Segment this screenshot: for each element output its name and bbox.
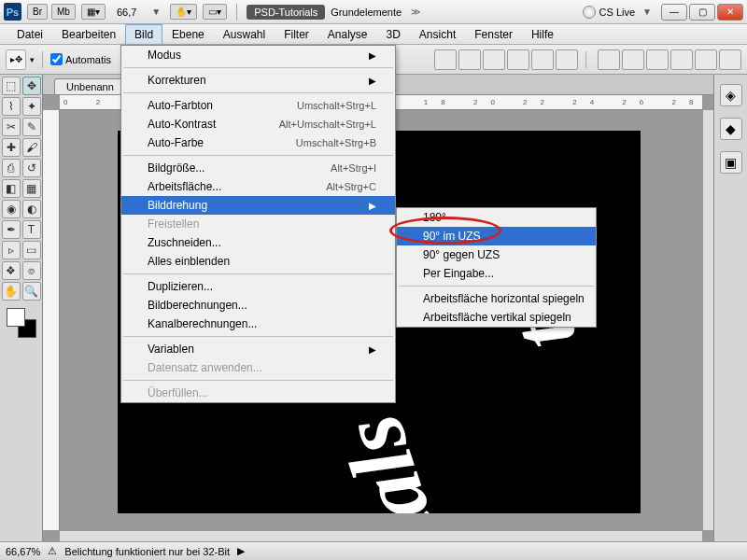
menu-3d[interactable]: 3D <box>377 24 410 44</box>
menu-item[interactable]: Arbeitsfläche horizontal spiegeln <box>397 289 596 308</box>
eraser-tool[interactable]: ◧ <box>2 179 21 198</box>
status-arrow-icon[interactable]: ▶ <box>237 545 245 557</box>
scrollbar-vertical[interactable] <box>702 110 713 530</box>
menu-item[interactable]: Auto-FarbeUmschalt+Strg+B <box>121 133 395 152</box>
menu-item[interactable]: 90° im UZS <box>397 227 596 245</box>
align-button[interactable] <box>434 49 457 70</box>
align-button[interactable] <box>507 49 529 70</box>
lasso-tool[interactable]: ⌇ <box>2 97 21 116</box>
channels-panel-icon[interactable]: ◆ <box>720 118 742 140</box>
align-button[interactable] <box>556 49 578 70</box>
menu-item[interactable]: 90° gegen UZS <box>397 245 596 264</box>
align-button[interactable] <box>531 49 554 70</box>
menu-item[interactable]: 180° <box>397 208 596 227</box>
status-warning-icon: ⚠ <box>48 545 57 557</box>
status-zoom[interactable]: 66,67% <box>6 546 40 557</box>
menu-datei[interactable]: Datei <box>7 24 52 44</box>
stamp-tool[interactable]: ⎙ <box>2 159 21 177</box>
close-button[interactable]: ✕ <box>717 4 743 21</box>
menu-item[interactable]: Alles einblenden <box>121 252 395 271</box>
menu-auswahl[interactable]: Auswahl <box>214 24 275 44</box>
path-tool[interactable]: ▹ <box>2 241 21 259</box>
menu-bild[interactable]: Modus▶Korrekturen▶Auto-FarbtonUmschalt+S… <box>120 45 396 403</box>
panels-dock: ◈ ◆ ▣ <box>713 75 747 541</box>
brush-tool[interactable]: 🖌 <box>22 138 41 157</box>
crop-tool[interactable]: ✂ <box>2 118 21 136</box>
color-swatches[interactable] <box>7 308 36 338</box>
psd-tutorials-button[interactable]: PSD-Tutorials <box>247 5 325 20</box>
distribute-button[interactable] <box>695 49 717 70</box>
layers-panel-icon[interactable]: ◈ <box>720 84 742 106</box>
paths-panel-icon[interactable]: ▣ <box>720 151 742 174</box>
menu-item[interactable]: Auto-FarbtonUmschalt+Strg+L <box>121 96 395 115</box>
menu-hilfe[interactable]: Hilfe <box>522 24 563 44</box>
grundelemente-label[interactable]: Grundelemente <box>331 7 402 18</box>
canvas-text: tals <box>318 403 457 513</box>
blur-tool[interactable]: ◉ <box>2 200 21 218</box>
menu-item[interactable]: Zuschneiden... <box>121 233 395 252</box>
heal-tool[interactable]: ✚ <box>2 138 21 157</box>
menu-bild[interactable]: Bild <box>125 24 162 44</box>
eyedropper-tool[interactable]: ✎ <box>22 118 41 136</box>
hand-chip[interactable]: ✋▾ <box>170 4 197 20</box>
menu-fenster[interactable]: Fenster <box>465 24 522 44</box>
type-tool[interactable]: T <box>22 220 41 239</box>
menu-item[interactable]: Bildberechnungen... <box>121 296 395 315</box>
gradient-tool[interactable]: ▦ <box>22 179 41 198</box>
menu-analyse[interactable]: Analyse <box>318 24 377 44</box>
move-tool[interactable]: ✥ <box>22 77 41 95</box>
menu-item[interactable]: Modus▶ <box>121 46 395 64</box>
shape-tool[interactable]: ▭ <box>22 241 41 259</box>
pen-tool[interactable]: ✒ <box>2 220 21 239</box>
menu-item[interactable]: Variablen▶ <box>121 340 395 358</box>
move-tool-icon[interactable]: ▸✥ <box>6 49 26 70</box>
menu-item[interactable]: Bilddrehung▶ <box>121 196 395 215</box>
menu-filter[interactable]: Filter <box>275 24 318 44</box>
distribute-button[interactable] <box>646 49 669 70</box>
zoom-tool[interactable]: 🔍 <box>22 282 41 301</box>
distribute-button[interactable] <box>670 49 693 70</box>
align-button[interactable] <box>483 49 505 70</box>
wand-tool[interactable]: ✦ <box>22 97 41 116</box>
scrollbar-horizontal[interactable] <box>60 530 702 541</box>
marquee-tool[interactable]: ⬚ <box>2 77 21 95</box>
zoom-value[interactable]: 66,7 <box>111 7 142 18</box>
menu-item[interactable]: Arbeitsfläche vertikal spiegeln <box>397 308 596 327</box>
distribute-button[interactable] <box>598 49 620 70</box>
document-tab[interactable]: Unbenann <box>54 78 126 94</box>
maximize-button[interactable]: ▢ <box>689 4 715 21</box>
hand-tool[interactable]: ✋ <box>2 282 21 301</box>
menu-item[interactable]: Bildgröße...Alt+Strg+I <box>121 159 395 177</box>
menu-ebene[interactable]: Ebene <box>162 24 214 44</box>
tools-panel: ⬚ ✥ ⌇ ✦ ✂ ✎ ✚ 🖌 ⎙ ↺ ◧ ▦ ◉ ◐ ✒ T ▹ ▭ ❖ ⌾ … <box>0 75 43 541</box>
dodge-tool[interactable]: ◐ <box>22 200 41 218</box>
menu-item[interactable]: Duplizieren... <box>121 277 395 296</box>
menu-item[interactable]: Kanalberechnungen... <box>121 315 395 333</box>
menu-item[interactable]: Per Eingabe... <box>397 264 596 283</box>
cslive-button[interactable]: CS Live ▼ <box>583 6 655 19</box>
distribute-button[interactable] <box>719 49 741 70</box>
distribute-button[interactable] <box>622 49 644 70</box>
auto-select-checkbox[interactable]: Automatis <box>50 53 111 65</box>
menu-item[interactable]: Arbeitsfläche...Alt+Strg+C <box>121 177 395 196</box>
menubar: DateiBearbeitenBildEbeneAuswahlFilterAna… <box>0 24 747 45</box>
view-chip[interactable]: ▦▾ <box>81 4 106 20</box>
bridge-chip[interactable]: Br <box>27 4 48 20</box>
camera-tool[interactable]: ⌾ <box>22 261 41 280</box>
menu-item[interactable]: Korrekturen▶ <box>121 71 395 90</box>
screen-chip[interactable]: ▭▾ <box>203 4 227 20</box>
menu-bearbeiten[interactable]: Bearbeiten <box>52 24 125 44</box>
menu-item[interactable]: Auto-KontrastAlt+Umschalt+Strg+L <box>121 115 395 133</box>
menu-ansicht[interactable]: Ansicht <box>410 24 465 44</box>
3d-tool[interactable]: ❖ <box>2 261 21 280</box>
menu-bilddrehung[interactable]: 180°90° im UZS90° gegen UZSPer Eingabe..… <box>396 207 597 328</box>
chevrons-icon[interactable]: ≫ <box>407 7 424 17</box>
history-tool[interactable]: ↺ <box>22 159 41 177</box>
status-message: Belichtung funktioniert nur bei 32-Bit <box>64 546 230 557</box>
minimize-button[interactable]: — <box>661 4 687 21</box>
align-button[interactable] <box>458 49 481 70</box>
foreground-swatch[interactable] <box>7 308 25 327</box>
zoom-down-icon[interactable]: ▼ <box>148 7 164 17</box>
minibridge-chip[interactable]: Mb <box>51 4 76 20</box>
titlebar: Ps Br Mb ▦▾ 66,7 ▼ ✋▾ ▭▾ PSD-Tutorials G… <box>0 0 747 24</box>
